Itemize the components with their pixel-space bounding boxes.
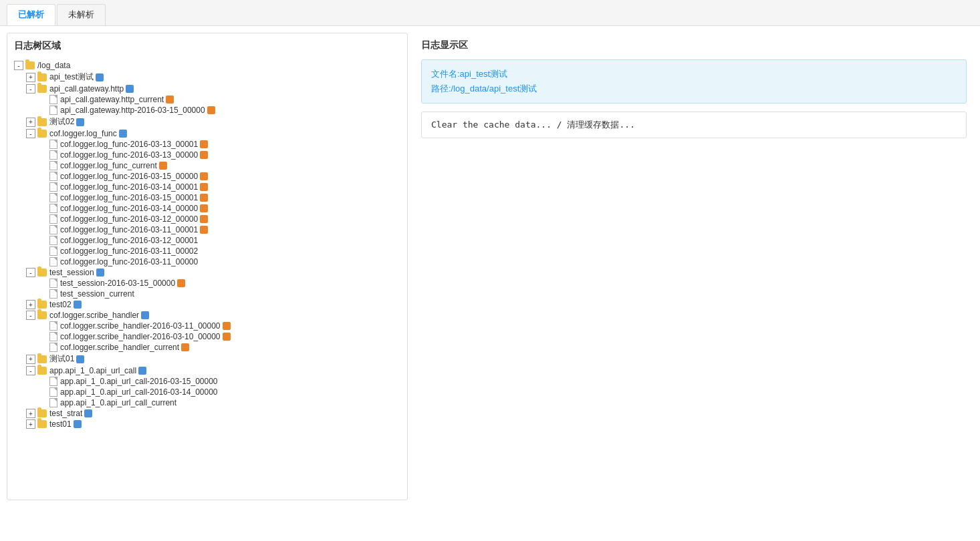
list-item: cof.logger.log_func-2016-03-11_00002	[38, 246, 400, 256]
tree-row-root[interactable]: /log_data	[14, 60, 400, 71]
tree-row-sh3[interactable]: cof.logger.scribe_handler_current	[38, 342, 400, 353]
tree-row-test-strat[interactable]: test_strat	[26, 408, 400, 419]
tree-panel-title: 日志树区域	[14, 40, 400, 52]
tree-row-lf3[interactable]: cof.logger.log_func_current	[38, 160, 400, 171]
tree-row-gf2[interactable]: api_call.gateway.http-2016-03-15_00000	[38, 105, 400, 116]
tree-row-gf1[interactable]: api_call.gateway.http_current	[38, 94, 400, 105]
badge-log-func	[119, 130, 127, 138]
tree-row-lf2[interactable]: cof.logger.log_func-2016-03-13_00000	[38, 150, 400, 160]
file-icon-au1	[49, 377, 57, 386]
children-scribe: cof.logger.scribe_handler-2016-03-11_000…	[26, 321, 400, 353]
tree-node-log-func: cof.logger.log_func cof.logger.log_func-…	[26, 128, 400, 267]
file-icon-au3	[49, 398, 57, 407]
tree-row-test02[interactable]: test02	[26, 299, 400, 310]
list-item: cof.logger.log_func-2016-03-13_00001	[38, 139, 400, 150]
toggle-log-func[interactable]	[26, 129, 35, 138]
tree-row-lf4[interactable]: cof.logger.log_func-2016-03-15_00000	[38, 171, 400, 182]
list-item: cof.logger.log_func-2016-03-14_00000	[38, 203, 400, 214]
folder-icon-api-test	[37, 73, 47, 81]
tree-node-app-api: app.api_1_0.api_url_call app.api_1_0.api…	[26, 365, 400, 408]
cache-text: Clear the cache data... / 清理缓存数据...	[431, 120, 635, 130]
toggle-scribe[interactable]	[26, 311, 35, 320]
tree-row-ceshi02[interactable]: 测试02	[26, 116, 400, 128]
label-log-func: cof.logger.log_func	[49, 129, 117, 138]
left-panel: 日志树区域 /log_data api_test测试	[7, 33, 408, 500]
list-item: api_call.gateway.http_current	[38, 94, 400, 105]
list-item: cof.logger.log_func-2016-03-11_00000	[38, 256, 400, 267]
file-icon-ts2	[49, 289, 57, 299]
list-item: app.api_1_0.api_url_call-2016-03-14_0000…	[38, 387, 400, 397]
tree-row-au1[interactable]: app.api_1_0.api_url_call-2016-03-15_0000…	[38, 376, 400, 387]
label-lf7: cof.logger.log_func-2016-03-14_00000	[60, 204, 198, 213]
tree-row-ts1[interactable]: test_session-2016-03-15_00000	[38, 278, 400, 289]
folder-icon-test-strat	[37, 409, 47, 417]
tree-children-root: api_test测试 api_call.gateway.http	[14, 71, 400, 429]
tree-row-sh1[interactable]: cof.logger.scribe_handler-2016-03-11_000…	[38, 321, 400, 331]
badge-lf3	[159, 162, 167, 170]
label-scribe: cof.logger.scribe_handler	[49, 311, 139, 320]
tab-parsed[interactable]: 已解析	[7, 4, 55, 25]
tree-row-lf5[interactable]: cof.logger.log_func-2016-03-14_00001	[38, 182, 400, 192]
toggle-test-strat[interactable]	[26, 409, 35, 418]
toggle-ceshi02[interactable]	[26, 118, 35, 127]
file-info-box: 文件名:api_test测试 路径:/log_data/api_test测试	[421, 59, 967, 104]
tree-root: /log_data api_test测试	[14, 60, 400, 429]
toggle-test01[interactable]	[26, 419, 35, 429]
toggle-root[interactable]	[14, 61, 23, 70]
list-item: test_session_current	[38, 289, 400, 299]
label-sh1: cof.logger.scribe_handler-2016-03-11_000…	[60, 321, 221, 331]
toggle-app-api[interactable]	[26, 366, 35, 375]
list-item: cof.logger.log_func_current	[38, 160, 400, 171]
badge-scribe	[141, 311, 149, 319]
tree-row-lf9[interactable]: cof.logger.log_func-2016-03-11_00001	[38, 224, 400, 235]
label-sh3: cof.logger.scribe_handler_current	[60, 343, 179, 352]
badge-lf7	[200, 204, 208, 212]
tree-row-test-session[interactable]: test_session	[26, 267, 400, 278]
tree-row-api-test[interactable]: api_test测试	[26, 71, 400, 83]
badge-ts1	[177, 279, 185, 287]
tree-row-lf10[interactable]: cof.logger.log_func-2016-03-12_00001	[38, 235, 400, 246]
tree-row-au3[interactable]: app.api_1_0.api_url_call_current	[38, 397, 400, 408]
tab-unparsed[interactable]: 未解析	[57, 4, 106, 25]
tree-row-gateway[interactable]: api_call.gateway.http	[26, 83, 400, 94]
badge-gf1	[166, 96, 174, 104]
label-ts1: test_session-2016-03-15_00000	[60, 279, 175, 288]
badge-ceshi02	[76, 118, 84, 126]
tree-row-lf11[interactable]: cof.logger.log_func-2016-03-11_00002	[38, 246, 400, 256]
label-gf1: api_call.gateway.http_current	[60, 95, 164, 104]
toggle-test02[interactable]	[26, 300, 35, 309]
toggle-api-test[interactable]	[26, 73, 35, 82]
label-test02: test02	[49, 300, 72, 309]
folder-icon-app-api	[37, 367, 47, 375]
tree-row-sh2[interactable]: cof.logger.scribe_handler-2016-03-10_000…	[38, 331, 400, 342]
folder-icon-ceshi01	[37, 355, 47, 363]
tree-row-lf6[interactable]: cof.logger.log_func-2016-03-15_00001	[38, 192, 400, 203]
right-panel: 日志显示区 文件名:api_test测试 路径:/log_data/api_te…	[414, 33, 973, 500]
tree-node-scribe: cof.logger.scribe_handler cof.logger.scr…	[26, 310, 400, 353]
tree-row-au2[interactable]: app.api_1_0.api_url_call-2016-03-14_0000…	[38, 387, 400, 397]
tree-row-test01[interactable]: test01	[26, 419, 400, 429]
cache-text-box: Clear the cache data... / 清理缓存数据...	[421, 112, 967, 138]
toggle-gateway[interactable]	[26, 84, 35, 94]
tree-row-lf7[interactable]: cof.logger.log_func-2016-03-14_00000	[38, 203, 400, 214]
tree-row-lf1[interactable]: cof.logger.log_func-2016-03-13_00001	[38, 139, 400, 150]
tree-row-ceshi01[interactable]: 测试01	[26, 353, 400, 365]
children-log-func: cof.logger.log_func-2016-03-13_00001cof.…	[26, 139, 400, 267]
label-lf1: cof.logger.log_func-2016-03-13_00001	[60, 140, 198, 149]
tree-row-ts2[interactable]: test_session_current	[38, 289, 400, 299]
tree-row-app-api[interactable]: app.api_1_0.api_url_call	[26, 365, 400, 376]
toggle-test-session[interactable]	[26, 268, 35, 277]
badge-test-strat	[84, 409, 92, 417]
tree-row-scribe[interactable]: cof.logger.scribe_handler	[26, 310, 400, 321]
children-app-api: app.api_1_0.api_url_call-2016-03-15_0000…	[26, 376, 400, 408]
toggle-ceshi01[interactable]	[26, 355, 35, 364]
tree-row-log-func[interactable]: cof.logger.log_func	[26, 128, 400, 139]
badge-lf1	[200, 140, 208, 148]
file-icon-au2	[49, 387, 57, 397]
tree-row-lf8[interactable]: cof.logger.log_func-2016-03-12_00000	[38, 214, 400, 224]
tree-row-lf12[interactable]: cof.logger.log_func-2016-03-11_00000	[38, 256, 400, 267]
file-icon-lf11	[49, 246, 57, 256]
folder-icon-test01	[37, 420, 47, 428]
badge-ceshi01	[76, 355, 84, 363]
file-icon-ts1	[49, 279, 57, 288]
